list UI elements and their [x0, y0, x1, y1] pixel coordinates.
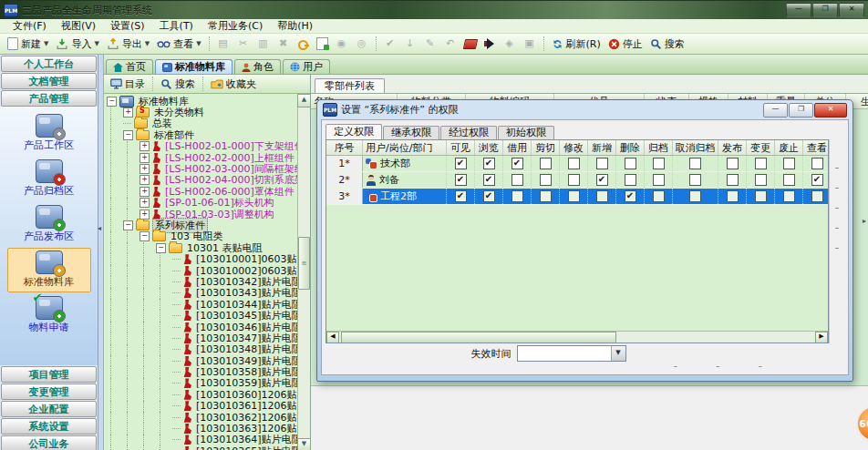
expand-icon[interactable]: +: [140, 210, 150, 220]
combo-dropdown-icon[interactable]: ▼: [611, 346, 625, 361]
sidebar-module-标准物料库[interactable]: 标准物料库: [7, 248, 91, 292]
edit-note-button[interactable]: [313, 36, 332, 51]
sidebar-module-物料申请[interactable]: ✔物料申请: [7, 293, 91, 338]
sidebar-group-产品管理[interactable]: 产品管理: [1, 90, 97, 107]
delete-button[interactable]: ✖: [274, 36, 294, 51]
sidebar-group-系统设置[interactable]: 系统设置: [1, 418, 97, 435]
checkbox-废止[interactable]: [783, 174, 795, 186]
permission-row-技术部[interactable]: 1*技术部✔✔✔: [326, 156, 828, 172]
search-button[interactable]: 搜索: [646, 36, 688, 52]
tree-catalog-button[interactable]: 目录: [107, 77, 149, 92]
menubar-item[interactable]: 设置(S): [103, 19, 152, 33]
scroll-up-icon[interactable]: ▲: [297, 94, 311, 107]
scroll-thumb[interactable]: ≡: [298, 237, 310, 290]
checkbox-剪切[interactable]: [540, 174, 552, 186]
close-button[interactable]: ✕: [839, 3, 864, 17]
dialog-minimize-button[interactable]: —: [763, 103, 788, 118]
checkbox-取消归档[interactable]: [689, 190, 701, 202]
view-button[interactable]: 查看▼: [153, 36, 204, 52]
tree-search-button[interactable]: 搜索: [157, 77, 199, 92]
sidebar-group-个人工作台[interactable]: 个人工作台: [1, 56, 97, 72]
checkbox-删除[interactable]: [625, 158, 636, 169]
dialog-tab-经过权限[interactable]: 经过权限: [440, 126, 497, 139]
confirm-button[interactable]: ✔: [380, 36, 400, 51]
checkbox-新增[interactable]: ✔: [596, 174, 608, 186]
checkbox-新增[interactable]: [596, 158, 608, 169]
checkbox-可见[interactable]: ✔: [455, 158, 467, 169]
collapse-icon[interactable]: −: [140, 231, 150, 241]
sidebar-splitter[interactable]: ◂: [98, 55, 104, 450]
collapse-icon[interactable]: −: [156, 243, 166, 253]
checkbox-查看[interactable]: [811, 158, 823, 169]
tree-node[interactable]: 总装: [107, 118, 297, 129]
share-button[interactable]: ◈: [500, 36, 520, 51]
checkbox-发布[interactable]: [727, 190, 739, 202]
hscroll-thumb[interactable]: [341, 332, 616, 343]
new-button[interactable]: 新建▼: [4, 36, 52, 52]
tab-首页[interactable]: 首页: [106, 59, 153, 74]
expand-icon[interactable]: +: [140, 175, 150, 185]
checkbox-归档[interactable]: [653, 158, 665, 169]
sidebar-group-项目管理[interactable]: 项目管理: [1, 366, 97, 383]
panel-expand-icon[interactable]: ▸: [863, 217, 866, 225]
maximize-button[interactable]: ❐: [812, 3, 838, 17]
collapse-icon[interactable]: −: [123, 130, 133, 140]
checkbox-修改[interactable]: [568, 158, 580, 169]
dialog-close-button[interactable]: ✕: [814, 103, 847, 118]
splitter-collapse-icon[interactable]: ◂: [98, 224, 101, 232]
checkbox-修改[interactable]: [568, 174, 580, 186]
import-button[interactable]: 导入▼: [52, 36, 102, 52]
export-button[interactable]: 导出▼: [103, 36, 153, 52]
download-button[interactable]: ↓: [400, 36, 420, 51]
checkbox-变更[interactable]: [755, 174, 767, 186]
checkbox-归档[interactable]: [653, 174, 665, 186]
menubar-item[interactable]: 文件(F): [5, 19, 54, 33]
expiry-time-combobox[interactable]: ▼: [517, 345, 626, 362]
checkbox-可见[interactable]: ✔: [455, 190, 467, 202]
key-button[interactable]: [294, 37, 313, 51]
stamp-button[interactable]: ◉: [332, 36, 352, 51]
sidebar-module-产品发布区[interactable]: 产品发布区: [7, 202, 91, 247]
checkbox-剪切[interactable]: [540, 158, 552, 169]
sidebar-module-产品工作区[interactable]: 产品工作区: [7, 111, 91, 156]
checkbox-废止[interactable]: [783, 158, 795, 169]
tab-标准物料库[interactable]: 标准物料库: [155, 59, 232, 74]
expand-icon[interactable]: +: [140, 153, 150, 163]
minimize-button[interactable]: —: [786, 3, 811, 17]
checkbox-取消归档[interactable]: [689, 158, 701, 169]
checkbox-变更[interactable]: [755, 190, 767, 202]
tab-角色[interactable]: 角色: [234, 59, 281, 74]
tab-用户[interactable]: 用户: [283, 59, 330, 74]
sidebar-group-文档管理[interactable]: 文档管理: [1, 73, 97, 89]
announce-button[interactable]: [480, 37, 500, 50]
menubar-item[interactable]: 视图(V): [54, 19, 103, 33]
checkbox-查看[interactable]: [811, 190, 823, 202]
tree-node[interactable]: [103010365]贴片电阻: [107, 445, 297, 450]
tab-parts-list[interactable]: 零部件列表: [315, 78, 385, 93]
sidebar-group-变更管理[interactable]: 变更管理: [1, 384, 97, 400]
expand-icon[interactable]: +: [140, 187, 150, 197]
cut-button[interactable]: ✂: [233, 36, 253, 51]
refresh-button[interactable]: 刷新(R): [548, 36, 604, 52]
menubar-item[interactable]: 帮助(H): [270, 19, 320, 33]
tree-node-label[interactable]: [103010365]贴片电阻: [194, 445, 297, 450]
undo-button[interactable]: ↶: [440, 36, 460, 51]
copy-button[interactable]: ▤: [213, 36, 233, 51]
dialog-tab-定义权限[interactable]: 定义权限: [326, 124, 382, 139]
expand-icon[interactable]: +: [140, 141, 150, 151]
checkbox-变更[interactable]: [755, 158, 767, 169]
edit-button[interactable]: ✎: [420, 36, 440, 51]
checkbox-发布[interactable]: [727, 174, 739, 186]
checkbox-浏览[interactable]: ✔: [483, 190, 495, 202]
checkbox-删除[interactable]: ✔: [625, 190, 636, 202]
checkbox-新增[interactable]: [596, 190, 608, 202]
checkbox-删除[interactable]: [625, 174, 636, 186]
checkbox-废止[interactable]: [783, 190, 795, 202]
checkbox-查看[interactable]: ✔: [811, 174, 823, 186]
expand-icon[interactable]: +: [140, 198, 150, 208]
checkbox-浏览[interactable]: ✔: [483, 174, 495, 186]
checkbox-剪切[interactable]: [540, 190, 552, 202]
tree-favorites-button[interactable]: 收藏夹: [207, 77, 260, 92]
package-button[interactable]: ▣: [520, 36, 540, 51]
menubar-item[interactable]: 工具(T): [152, 19, 201, 33]
